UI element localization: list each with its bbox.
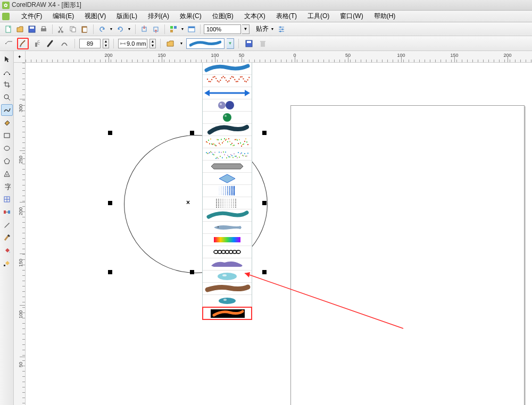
polygon-tool-icon[interactable] <box>1 155 13 167</box>
sel-handle-tm[interactable] <box>190 131 194 135</box>
stroke-width-field[interactable]: 9.0 mm <box>118 39 147 48</box>
menu-edit[interactable]: 编辑(E) <box>47 11 79 22</box>
shape-tool-icon[interactable] <box>1 66 13 78</box>
preset-tool-icon[interactable] <box>3 38 15 49</box>
zoom-dropdown-icon[interactable]: ▼ <box>242 24 250 34</box>
canvas[interactable]: × <box>26 63 532 405</box>
sprayer-tool-icon[interactable] <box>31 38 43 49</box>
sel-handle-bl[interactable] <box>108 270 112 274</box>
menu-help[interactable]: 帮助(H) <box>369 11 401 22</box>
brush-preset-red-dots[interactable] <box>203 75 252 87</box>
ruler-origin[interactable]: ✦ <box>14 51 26 63</box>
brush-preset-preview[interactable] <box>186 38 225 49</box>
copy-icon[interactable] <box>68 24 78 35</box>
brush-preset-glow-diamond[interactable] <box>203 173 252 185</box>
brush-preset-rainbow-bar[interactable] <box>203 234 252 246</box>
svg-rect-27 <box>4 74 5 75</box>
svg-rect-30 <box>4 133 10 138</box>
rectangle-tool-icon[interactable] <box>1 130 13 141</box>
brush-preset-blue-swoosh[interactable] <box>203 63 252 75</box>
welcome-icon[interactable] <box>186 24 197 35</box>
redo-icon[interactable] <box>115 24 126 35</box>
ellipse-tool-icon[interactable] <box>1 142 13 154</box>
menu-file[interactable]: 文件(F) <box>16 11 47 22</box>
delete-brush-icon[interactable] <box>257 38 269 49</box>
brush-preset-blue-arrow[interactable] <box>203 87 252 99</box>
brush-preset-brown-swoosh[interactable] <box>203 283 252 295</box>
undo-icon[interactable] <box>97 24 107 35</box>
sel-handle-mr[interactable] <box>262 201 267 205</box>
brush-preset-confetti-a[interactable] <box>203 136 252 148</box>
brush-preset-green-ball[interactable] <box>203 112 252 124</box>
basic-shapes-tool-icon[interactable] <box>1 168 13 180</box>
interactive-fill-tool-icon[interactable] <box>1 257 13 269</box>
pick-tool-icon[interactable] <box>1 53 13 65</box>
export-icon[interactable] <box>151 24 161 35</box>
freehand-tool-icon[interactable] <box>1 104 13 116</box>
new-icon[interactable] <box>3 24 14 35</box>
paste-icon[interactable] <box>79 24 90 35</box>
app-launcher-icon[interactable] <box>168 24 179 35</box>
brush-preset-purple-cloud[interactable] <box>203 258 252 271</box>
sel-handle-tr[interactable] <box>262 131 267 135</box>
menu-view[interactable]: 视图(V) <box>79 11 111 22</box>
menu-text[interactable]: 文本(X) <box>239 11 271 22</box>
brush-preset-teal-swoosh[interactable] <box>203 209 252 222</box>
ruler-vertical[interactable]: 30025020015010050 <box>14 63 26 405</box>
menu-arrange[interactable]: 排列(A) <box>143 11 174 22</box>
zoom-level-field[interactable]: 100% <box>204 24 241 34</box>
ruler-horizontal[interactable]: 20015010050050100150200 <box>26 51 532 63</box>
options-icon[interactable] <box>276 24 287 35</box>
smoothing-spinner[interactable]: ▲▼ <box>103 39 109 48</box>
menu-bitmaps[interactable]: 位图(B) <box>207 11 239 22</box>
save-brush-icon[interactable] <box>243 38 255 49</box>
smoothing-field[interactable] <box>79 39 101 48</box>
menu-tools[interactable]: 工具(O) <box>302 11 335 22</box>
text-tool-icon[interactable]: 字 <box>1 181 13 192</box>
pressure-tool-icon[interactable] <box>59 38 70 49</box>
menu-window[interactable]: 窗口(W) <box>335 11 368 22</box>
save-icon[interactable] <box>27 24 37 35</box>
undo-dd-icon[interactable]: ▼ <box>109 24 114 35</box>
brush-preset-spheres[interactable] <box>203 99 252 112</box>
menu-layout[interactable]: 版面(L) <box>111 11 143 22</box>
interactive-tool-icon[interactable] <box>1 206 13 218</box>
brush-tool-icon[interactable] <box>17 38 29 49</box>
outline-tool-icon[interactable] <box>1 232 13 243</box>
import-icon[interactable] <box>139 24 149 35</box>
eyedropper-tool-icon[interactable] <box>1 219 13 231</box>
sel-handle-tl[interactable] <box>108 131 112 135</box>
brush-preset-confetti-b[interactable] <box>203 148 252 161</box>
snap-dd-icon[interactable]: ▼ <box>270 24 275 35</box>
brush-preset-chain[interactable] <box>203 246 252 258</box>
brush-folder-icon[interactable] <box>165 38 177 49</box>
menu-effects[interactable]: 效果(C) <box>174 11 207 22</box>
brush-preset-ribbon-gray[interactable] <box>203 161 252 173</box>
brush-preset-dropdown-icon[interactable]: ▼ <box>227 38 234 49</box>
table-tool-icon[interactable] <box>1 193 13 205</box>
brush-folder-dd-icon[interactable]: ▼ <box>179 38 184 49</box>
brush-preset-halftone-diamond[interactable] <box>203 197 252 209</box>
cut-icon[interactable] <box>56 24 66 35</box>
zoom-tool-icon[interactable] <box>1 91 13 103</box>
sel-handle-bm[interactable] <box>190 270 194 274</box>
brush-preset-dark-swoosh[interactable] <box>203 124 252 136</box>
sel-handle-br[interactable] <box>262 270 267 274</box>
brush-preset-teal-lens[interactable] <box>203 295 252 307</box>
crop-tool-icon[interactable] <box>1 79 13 90</box>
print-icon[interactable] <box>38 24 49 35</box>
snap-label[interactable]: 贴齐 <box>256 24 269 33</box>
brush-preset-halftone-square[interactable] <box>203 185 252 197</box>
open-icon[interactable] <box>15 24 26 35</box>
brush-preset-blue-lens[interactable] <box>203 271 252 283</box>
sel-handle-ml[interactable] <box>108 201 112 205</box>
brush-preset-orange-on-black[interactable] <box>203 307 252 319</box>
stroke-width-spinner[interactable]: ▲▼ <box>149 39 156 48</box>
calligraphic-tool-icon[interactable] <box>45 38 56 49</box>
menu-table[interactable]: 表格(T) <box>271 11 302 22</box>
smart-fill-tool-icon[interactable] <box>1 117 13 129</box>
fill-tool-icon[interactable] <box>1 244 13 256</box>
redo-dd-icon[interactable]: ▼ <box>127 24 132 35</box>
brush-preset-whale[interactable] <box>203 222 252 234</box>
app-launcher-dd-icon[interactable]: ▼ <box>180 24 185 35</box>
